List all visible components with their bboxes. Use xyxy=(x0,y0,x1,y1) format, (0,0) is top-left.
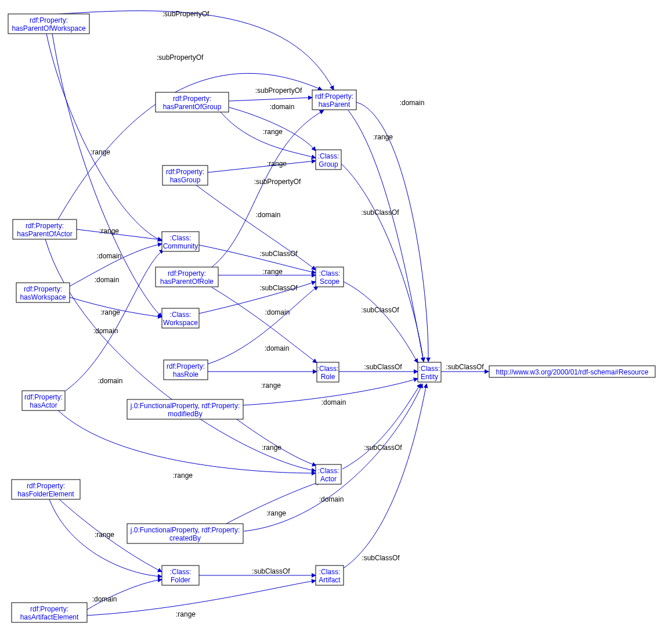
svg-text:hasParentOfWorkspace: hasParentOfWorkspace xyxy=(12,24,85,33)
svg-text:rdf:Property:: rdf:Property: xyxy=(24,393,63,401)
svg-text:Scope: Scope xyxy=(320,278,339,286)
edge-modifiedby-range-actor xyxy=(235,418,316,466)
svg-text:hasWorkspace: hasWorkspace xyxy=(20,293,66,301)
edge-label: :subClassOf xyxy=(259,284,298,292)
svg-text::Class:: :Class: xyxy=(319,568,341,576)
edge-hasparentofworkspace-subpropertyof-hasparent xyxy=(52,11,334,90)
node-hasactor[interactable]: rdf:Property: hasActor xyxy=(22,391,65,410)
edge-hasparentofgroup-subpropertyof-hasparent xyxy=(229,98,312,101)
edge-label: :range xyxy=(176,610,196,618)
node-hasrole[interactable]: rdf:Property: hasRole xyxy=(164,360,208,380)
node-hasparentofactor[interactable]: rdf:Property: hasParentOfActor xyxy=(13,219,77,239)
node-artifact[interactable]: :Class: Artifact xyxy=(316,565,344,585)
node-actor[interactable]: :Class: Actor xyxy=(316,464,341,484)
edge-label: :subClassOf xyxy=(361,306,399,314)
edge-hasrole-domain-scope xyxy=(208,286,318,364)
edge-label: :range xyxy=(267,160,287,168)
node-hasparentofrole[interactable]: rdf:Property: hasParentOfRole xyxy=(156,267,218,287)
svg-text:j.0:FunctionalProperty, rdf:Pr: j.0:FunctionalProperty, rdf:Property: xyxy=(130,526,240,534)
svg-text::Class:: :Class: xyxy=(317,365,339,373)
svg-text:hasParentOfGroup: hasParentOfGroup xyxy=(163,103,222,111)
edge-label: :subClassOf xyxy=(252,567,290,575)
svg-text:Workspace: Workspace xyxy=(163,319,198,327)
svg-text:rdf:Property:: rdf:Property: xyxy=(24,285,62,293)
edge-label: :range xyxy=(373,133,393,141)
edge-hasactor-range-actor xyxy=(58,410,316,473)
svg-text:hasFolderElement: hasFolderElement xyxy=(17,490,74,498)
node-folder[interactable]: :Class: Folder xyxy=(162,565,199,585)
svg-text:Folder: Folder xyxy=(171,576,190,584)
edge-label: :range xyxy=(263,268,283,276)
edge-label: :domain xyxy=(92,595,117,603)
node-group[interactable]: :Class: Group xyxy=(316,150,341,170)
edge-hasparentofactor-range-community xyxy=(77,229,162,240)
svg-text:hasArtifactElement: hasArtifactElement xyxy=(20,613,79,621)
svg-text:rdf:Property:: rdf:Property: xyxy=(26,222,64,230)
edge-label: :subClassOf xyxy=(362,554,400,562)
edge-label: :range xyxy=(99,227,119,235)
svg-text:Entity: Entity xyxy=(421,373,438,381)
edge-label: :range xyxy=(262,444,281,452)
svg-text::Class:: :Class: xyxy=(170,568,192,576)
svg-text::Class:: :Class: xyxy=(318,152,339,160)
node-hasfolderelement[interactable]: rdf:Property: hasFolderElement xyxy=(12,480,80,499)
edge-scope-subclassof-entity xyxy=(344,282,418,363)
svg-text:j.0:FunctionalProperty, rdf:Pr: j.0:FunctionalProperty, rdf:Property: xyxy=(130,402,240,410)
svg-text::Class:: :Class: xyxy=(318,467,339,475)
edge-label: :subPropertyOf xyxy=(157,53,204,62)
node-community[interactable]: :Class: Community xyxy=(162,232,199,251)
edge-label: :domain xyxy=(98,377,123,385)
edge-label: :domain xyxy=(93,327,118,335)
edge-label: :subClassOf xyxy=(364,363,402,371)
edge-label: :subClassOf xyxy=(364,444,402,452)
edge-label: :domain xyxy=(256,211,281,219)
svg-text:rdf:Property:: rdf:Property: xyxy=(167,362,205,370)
edge-hasartifactelement-domain-folder xyxy=(87,579,162,610)
edge-group-subclassof-entity xyxy=(341,164,424,362)
node-role[interactable]: :Class: Role xyxy=(317,362,339,382)
svg-text:hasParentOfActor: hasParentOfActor xyxy=(17,230,72,238)
edge-label: :domain xyxy=(400,99,425,107)
svg-text:Community: Community xyxy=(163,242,198,250)
svg-text::Class:: :Class: xyxy=(419,365,440,373)
node-entity[interactable]: :Class: Entity xyxy=(418,362,441,382)
svg-text:Actor: Actor xyxy=(320,475,337,483)
edge-label: :subClassOf xyxy=(446,363,484,371)
node-scope[interactable]: :Class: Scope xyxy=(316,267,344,287)
node-hasworkspace[interactable]: rdf:Property: hasWorkspace xyxy=(16,283,70,302)
node-workspace[interactable]: :Class: Workspace xyxy=(162,308,199,328)
edge-label: :range xyxy=(91,148,110,156)
node-hasartifactelement[interactable]: rdf:Property: hasArtifactElement xyxy=(12,603,87,622)
svg-text:hasParent: hasParent xyxy=(319,100,351,109)
svg-text::Class:: :Class: xyxy=(319,269,341,278)
node-hasparent[interactable]: rdf:Property: hasParent xyxy=(312,90,356,110)
edge-hasgroup-range-group xyxy=(208,161,316,172)
edge-label: :range xyxy=(173,471,193,480)
edge-label: :subPropertyOf xyxy=(255,87,302,95)
edge-label: :subClassOf xyxy=(361,208,399,217)
svg-text:hasParentOfRole: hasParentOfRole xyxy=(160,278,214,286)
svg-text:modifiedBy: modifiedBy xyxy=(168,410,202,418)
node-resource[interactable]: http://www.w3.org/2000/01/rdf-schema#Res… xyxy=(489,366,655,377)
edge-createdby-range-actor xyxy=(226,482,320,524)
svg-text:hasGroup: hasGroup xyxy=(170,176,201,184)
node-modifiedby[interactable]: j.0:FunctionalProperty, rdf:Property: mo… xyxy=(127,399,243,419)
svg-text::Class:: :Class: xyxy=(170,311,192,319)
svg-text:Artifact: Artifact xyxy=(319,576,341,584)
edge-label: :range xyxy=(266,509,286,517)
node-hasgroup[interactable]: rdf:Property: hasGroup xyxy=(162,165,208,185)
edge-label: :range xyxy=(261,381,281,390)
edge-hasparentofworkspace-domain-workspace xyxy=(52,34,162,317)
svg-text:hasRole: hasRole xyxy=(173,370,198,379)
edge-label: :subPropertyOf xyxy=(254,178,301,186)
node-hasparentofworkspace[interactable]: rdf:Property: hasParentOfWorkspace xyxy=(8,14,89,34)
edge-hasparent-range-entity xyxy=(348,110,424,362)
svg-text:rdf:Property:: rdf:Property: xyxy=(30,16,68,24)
edge-label: :range xyxy=(100,308,120,316)
edge-label: :domain xyxy=(265,308,290,316)
node-createdby[interactable]: j.0:FunctionalProperty, rdf:Property: cr… xyxy=(127,524,243,543)
svg-text:rdf:Property:: rdf:Property: xyxy=(173,95,211,103)
node-hasparentofgroup[interactable]: rdf:Property: hasParentOfGroup xyxy=(156,92,229,112)
svg-text:Role: Role xyxy=(321,373,335,381)
svg-text:rdf:Property:: rdf:Property: xyxy=(315,92,353,100)
